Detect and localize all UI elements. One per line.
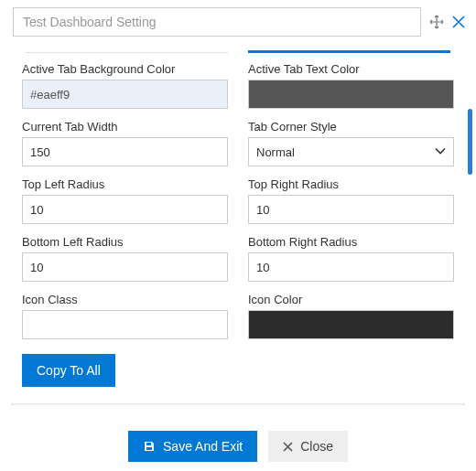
current-tab-width-input[interactable] <box>22 137 228 166</box>
save-and-exit-button[interactable]: Save And Exit <box>128 431 257 462</box>
tab-corner-style-label: Tab Corner Style <box>248 120 454 134</box>
icon-color-swatch[interactable] <box>248 310 454 339</box>
top-right-radius-label: Top Right Radius <box>248 177 454 191</box>
close-button-label: Close <box>300 439 333 454</box>
icon-class-label: Icon Class <box>22 293 228 306</box>
tab-level-security-accordion[interactable]: Tab Level Security <box>11 403 465 406</box>
active-tab-text-color-swatch[interactable] <box>248 80 454 109</box>
top-left-radius-input[interactable] <box>22 195 228 224</box>
active-tab-bg-input[interactable] <box>22 80 228 109</box>
active-tab-text-label: Active Tab Text Color <box>248 62 454 76</box>
top-right-radius-input[interactable] <box>248 195 454 224</box>
icon-class-input[interactable] <box>22 310 228 339</box>
close-icon[interactable] <box>450 14 467 30</box>
save-icon <box>143 440 156 453</box>
copy-to-all-button[interactable]: Copy To All <box>22 354 115 387</box>
tab-indicator-active <box>248 50 450 53</box>
scrollbar-thumb[interactable] <box>468 109 472 175</box>
tab-indicator-inactive <box>26 49 228 53</box>
bottom-left-radius-label: Bottom Left Radius <box>22 235 228 249</box>
bottom-right-radius-input[interactable] <box>248 252 454 282</box>
close-button[interactable]: Close <box>268 431 348 462</box>
save-button-label: Save And Exit <box>163 439 243 454</box>
top-left-radius-label: Top Left Radius <box>22 177 228 191</box>
icon-color-label: Icon Color <box>248 293 454 306</box>
current-tab-width-label: Current Tab Width <box>22 120 228 134</box>
close-x-icon <box>283 442 293 452</box>
move-icon[interactable] <box>428 14 445 30</box>
dashboard-title-input[interactable]: Test Dashboard Setting <box>13 7 421 37</box>
bottom-right-radius-label: Bottom Right Radius <box>248 235 454 249</box>
bottom-left-radius-input[interactable] <box>22 252 228 282</box>
active-tab-bg-label: Active Tab Background Color <box>22 62 228 76</box>
tab-corner-style-select[interactable] <box>248 137 454 166</box>
